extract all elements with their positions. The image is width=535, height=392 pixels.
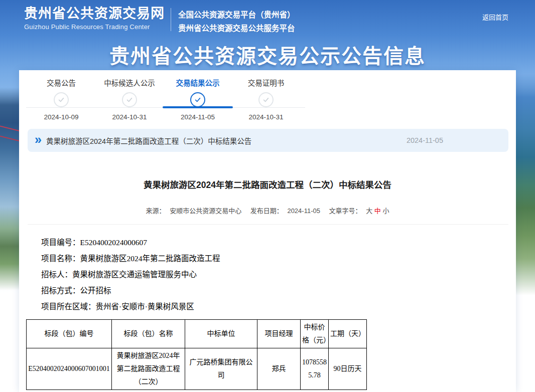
article-body: 项目编号：E5204002024000607 项目名称：黄果树旅游区2024年第… bbox=[41, 235, 516, 315]
col-section-number: 标段（包）编号 bbox=[27, 320, 112, 348]
step-date: 2024-11-05 bbox=[164, 113, 232, 121]
field-project-region: 项目所在区域：贵州省·安顺市·黄果树风景区 bbox=[41, 299, 516, 315]
step-trade-announcement: 交易公告 2024-10-09 bbox=[27, 78, 95, 121]
col-winning-bidder: 中标单位 bbox=[185, 320, 257, 348]
step-label: 交易证明书 bbox=[232, 78, 300, 88]
check-icon bbox=[258, 92, 274, 107]
background-photo-left bbox=[0, 74, 20, 295]
col-project-manager: 项目经理 bbox=[257, 320, 301, 348]
background-photo-right bbox=[516, 74, 535, 305]
notice-title-link[interactable]: 黄果树旅游区2024年第二批路面改造工程（二次）中标结果公告 bbox=[46, 135, 251, 146]
fontsize-label: 文章字号： bbox=[329, 207, 362, 215]
source-value: 安顺市公共资源交易中心 bbox=[170, 207, 241, 215]
article-meta: 来源： 安顺市公共资源交易中心 发布日期： 2024-11-05 文章字号： 大… bbox=[19, 206, 516, 215]
table-header-row: 标段（包）编号 标段（包）名称 中标单位 项目经理 中标价格（元） 工期（天） bbox=[27, 320, 367, 348]
content-card: 交易公告 2024-10-09 中标候选人公示 2024-10-31 交易结果公… bbox=[19, 70, 516, 392]
step-date: 2024-10-31 bbox=[232, 113, 300, 121]
notice-bar: » 黄果树旅游区2024年第二批路面改造工程（二次）中标结果公告 2024-11… bbox=[28, 129, 508, 152]
fontsize-medium[interactable]: 中 bbox=[374, 207, 381, 215]
publish-date-label: 发布日期： bbox=[250, 207, 283, 215]
double-arrow-icon: » bbox=[35, 133, 40, 146]
step-date: 2024-10-31 bbox=[95, 113, 164, 121]
page-banner: 贵州省公共资源交易公示公告信息 bbox=[0, 40, 535, 69]
check-icon bbox=[122, 92, 137, 107]
col-winning-price: 中标价格（元） bbox=[301, 320, 329, 348]
progress-stepper: 交易公告 2024-10-09 中标候选人公示 2024-10-31 交易结果公… bbox=[27, 78, 304, 121]
fontsize-large[interactable]: 大 bbox=[366, 207, 372, 215]
site-name-cn: 贵州省公共资源交易网 bbox=[24, 7, 165, 21]
fontsize-small[interactable]: 小 bbox=[383, 207, 389, 215]
col-section-name: 标段（包）名称 bbox=[112, 320, 185, 348]
check-icon bbox=[54, 92, 69, 107]
step-label: 中标候选人公示 bbox=[95, 78, 164, 88]
notice-date: 2024-11-05 bbox=[407, 136, 443, 144]
col-duration: 工期（天） bbox=[329, 320, 367, 348]
cell-section-number: E5204002024000607001001 bbox=[27, 348, 112, 390]
page-title: 贵州省公共资源交易公示公告信息 bbox=[109, 40, 426, 69]
cell-winning-bidder: 广元路桥集团有限公司 bbox=[185, 348, 257, 390]
platform-line2: 贵州省公共资源交易公共服务平台 bbox=[178, 22, 295, 35]
back-home-link[interactable]: 返回首页 bbox=[482, 12, 508, 22]
field-project-name: 项目名称：黄果树旅游区2024年第二批路面改造工程 bbox=[41, 251, 516, 267]
site-name-en: Guizhou Public Resources Trading Center bbox=[24, 24, 165, 30]
step-trade-certificate: 交易证明书 2024-10-31 bbox=[232, 78, 300, 121]
platform-line1: 全国公共资源交易平台（贵州省） bbox=[178, 8, 295, 22]
step-winner-candidate: 中标候选人公示 2024-10-31 bbox=[95, 78, 164, 121]
step-trade-result: 交易结果公示 2024-11-05 bbox=[164, 78, 232, 121]
field-project-number: 项目编号：E5204002024000607 bbox=[41, 235, 516, 251]
platform-names: 全国公共资源交易平台（贵州省） 贵州省公共资源交易公共服务平台 bbox=[178, 7, 295, 35]
meta-divider bbox=[28, 224, 508, 225]
cell-section-name: 黄果树旅游区2024年第二批路面改造工程（二次） bbox=[112, 348, 185, 390]
site-header: 贵州省公共资源交易网 Guizhou Public Resources Trad… bbox=[0, 0, 535, 38]
logo-divider bbox=[171, 8, 171, 31]
source-label: 来源： bbox=[146, 207, 165, 215]
field-tender-method: 招标方式：公开招标 bbox=[41, 283, 516, 299]
cell-project-manager: 郑兵 bbox=[257, 348, 301, 390]
step-label: 交易公告 bbox=[27, 78, 95, 88]
field-tenderer: 招标人：黄果树旅游区交通运输管理服务中心 bbox=[41, 267, 516, 283]
article-title: 黄果树旅游区2024年第二批路面改造工程（二次）中标结果公告 bbox=[19, 178, 516, 190]
result-table: 标段（包）编号 标段（包）名称 中标单位 项目经理 中标价格（元） 工期（天） … bbox=[26, 319, 367, 390]
table-row: E5204002024000607001001 黄果树旅游区2024年第二批路面… bbox=[27, 348, 367, 390]
step-date: 2024-10-09 bbox=[27, 113, 95, 121]
step-label: 交易结果公示 bbox=[164, 78, 232, 88]
cell-winning-price: 10785585.78 bbox=[301, 348, 329, 390]
site-logo: 贵州省公共资源交易网 Guizhou Public Resources Trad… bbox=[24, 7, 165, 30]
check-icon bbox=[190, 92, 205, 107]
cell-duration: 90日历天 bbox=[329, 348, 367, 390]
publish-date-value: 2024-11-05 bbox=[287, 207, 320, 215]
